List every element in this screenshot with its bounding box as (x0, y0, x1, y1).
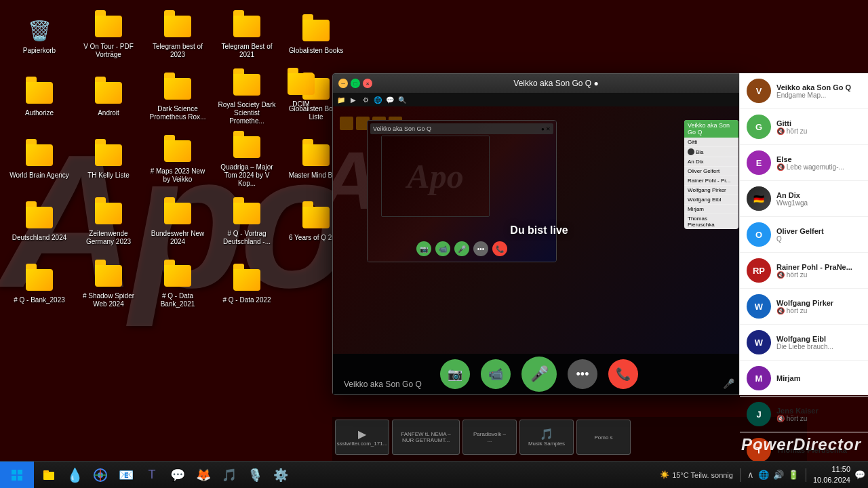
thumbnail-4[interactable]: 🎵 Musik Samples (519, 420, 574, 455)
minimize-button[interactable]: ─ (338, 79, 348, 88)
nested-call-controls[interactable]: 📷 📹 🎤 ••• 📞 (368, 241, 556, 256)
desktop-icon-dcim[interactable]: DCIM (285, 68, 317, 111)
participant-mirjam[interactable]: M Mirjam (740, 361, 868, 396)
participant-wolfgang-eibl[interactable]: W Wolfgang Eibl Die Liebe brauch... (740, 325, 868, 361)
desktop-icon-q-vortrag[interactable]: # Q - Vortrag Deutschland -... (213, 192, 281, 253)
desktop-icon-q-data-2022[interactable]: # Q - Data 2022 (213, 255, 281, 316)
camera-button[interactable]: 📷 (440, 359, 470, 389)
desktop-icon-androit[interactable]: Androit (75, 68, 142, 129)
clock-date: 10.06.2024 (813, 475, 850, 485)
participant-jens[interactable]: J Jens Kaiser 🔇 hört zu (740, 396, 868, 432)
nested-cam-btn[interactable]: 📹 (435, 241, 450, 256)
folder-icon (26, 204, 53, 231)
start-button[interactable] (0, 462, 34, 489)
participant-name: Else (776, 155, 861, 163)
tray-volume-icon[interactable]: 🔊 (773, 470, 784, 480)
participant-info: An Dix Wwg1wga (776, 191, 861, 207)
thumbnail-3[interactable]: Paradisvolk –... (462, 420, 517, 455)
taskbar-clock[interactable]: 11:50 10.06.2024 (813, 464, 850, 485)
folder-icon (26, 142, 53, 169)
desktop-icon-th-kelly[interactable]: TH Kelly Liste (75, 130, 142, 191)
tray-up-arrow[interactable]: ∧ (747, 470, 754, 480)
taskbar-headset-icon[interactable]: 🎙️ (243, 463, 267, 487)
nested-video-btn[interactable]: 📷 (416, 241, 431, 256)
taskbar-settings-icon[interactable]: ⚙️ (269, 463, 293, 487)
desktop-icon-dark-science[interactable]: Dark Science Prometheus Rox... (144, 68, 212, 129)
toolbar-icon-1[interactable]: 📁 (336, 94, 347, 105)
icon-label: # Q - Data 2022 (222, 296, 271, 304)
call-controls-bar: 📷 📹 🎤 ••• 📞 Veikko aka Son Go Q 🎤 (333, 354, 745, 394)
participant-info: Wolfgang Pirker 🔇 hört zu (776, 299, 861, 314)
participant-else[interactable]: E Else 🔇 Lebe wagemutig-... (740, 145, 868, 181)
taskbar-firefox-icon[interactable]: 🦊 (191, 463, 216, 487)
desktop-icon-zeitenwende[interactable]: Zeitenwende Germany 2023 (75, 192, 142, 253)
taskbar-mail-icon[interactable]: 📧 (114, 463, 138, 487)
tray-network-icon[interactable]: 🌐 (758, 470, 769, 480)
taskbar-explorer-icon[interactable] (37, 463, 61, 487)
desktop-icon-telegram-2021[interactable]: Telegram Best of 2021 (213, 5, 281, 66)
taskbar-discord-icon[interactable]: 💬 (165, 463, 190, 487)
participant-rainer[interactable]: RP Rainer Pohl - PraNe... 🔇 hört zu (740, 253, 868, 289)
call-window-titlebar[interactable]: ─ □ × Veikko aka Son Go Q ● (333, 74, 745, 93)
desktop-icon-shadow-spider[interactable]: # Shadow Spider Web 2024 (75, 255, 142, 316)
icon-label: Telegram Best of 2021 (216, 43, 277, 59)
participant-info: Gitti 🔇 hört zu (776, 119, 861, 135)
participant-veikko[interactable]: V Veikko aka Son Go Q Endgame Map... (740, 73, 868, 109)
desktop-icon-v-on-tour[interactable]: V On Tour - PDF Vorträge (75, 5, 142, 66)
toolbar-icon-3[interactable]: ⚙ (360, 94, 371, 105)
toolbar-icon-6[interactable]: 🔍 (397, 94, 408, 105)
end-call-button[interactable]: 📞 (608, 359, 638, 389)
icon-label: Zeitenwende Germany 2023 (78, 230, 139, 246)
icon-label: Dark Science Prometheus Rox... (147, 105, 208, 121)
nested-mic-btn[interactable]: 🎤 (454, 241, 469, 256)
nested-end-btn[interactable]: 📞 (492, 241, 507, 256)
mic-button[interactable]: 🎤 (521, 357, 557, 392)
participant-gitti[interactable]: G Gitti 🔇 hört zu (740, 109, 868, 145)
tray-battery-icon[interactable]: 🔋 (788, 470, 799, 480)
taskbar: 💧 📧 T 💬 🦊 🎵 🎙️ ⚙️ ☀️ 15°C Teilw. sonn (0, 461, 868, 488)
toolbar-icon-4[interactable]: 🌐 (372, 94, 383, 105)
taskbar-music-icon[interactable]: 🎵 (217, 463, 241, 487)
desktop-icon-papierkorb[interactable]: 🗑️ Papierkorb (5, 5, 73, 66)
thumbnail-1[interactable]: ▶ ssstwitter.com_171... (335, 420, 389, 455)
toolbar-icon-5[interactable]: 💬 (384, 94, 395, 105)
desktop-icon-q-data-bank[interactable]: # Q - Data Bank_2021 (144, 255, 212, 316)
thumbnail-2[interactable]: FANFEW tL NEMA –NUR GETRÄUMT... (392, 420, 460, 455)
taskbar-dropbox-icon[interactable]: 💧 (62, 463, 87, 487)
desktop-icon-q-bank[interactable]: # Q - Bank_2023 (5, 255, 73, 316)
powerdirector-watermark: PowerDirector (741, 435, 861, 454)
participant-status: Q (776, 235, 861, 243)
folder-icon (164, 262, 191, 289)
icon-label: Authorize (25, 109, 54, 117)
desktop-icon-globalisten[interactable]: Globalisten Books (282, 5, 350, 66)
participant-oliver[interactable]: O Oliver Gelfert Q (740, 217, 868, 253)
window-controls[interactable]: ─ □ × (338, 79, 372, 88)
participant-wolfgang-pirker[interactable]: W Wolfgang Pirker 🔇 hört zu (740, 289, 868, 325)
desktop-icon-maps-2023[interactable]: # Maps 2023 New by Veikko (144, 130, 212, 191)
taskbar-chrome-icon[interactable] (88, 463, 113, 487)
desktop-icon-world-brain[interactable]: World Brain Agency (5, 130, 73, 191)
call-window: ─ □ × Veikko aka Son Go Q ● 📁 ▶ ⚙ 🌐 💬 🔍 (332, 73, 746, 395)
participant-andix[interactable]: 🇩🇪 An Dix Wwg1wga (740, 181, 868, 217)
desktop-icon-quadriga[interactable]: Quadriga – Major Tom 2024 by V Kop... (213, 130, 281, 191)
more-button[interactable]: ••• (568, 359, 597, 389)
desktop-icon-telegram-2023[interactable]: Telegram best of 2023 (144, 5, 212, 66)
participant-avatar: W (747, 330, 771, 354)
tray-notification-icon[interactable]: 💬 (854, 470, 865, 480)
taskbar-teams-icon[interactable]: T (140, 463, 164, 487)
folder-icon (288, 70, 315, 98)
participant-avatar: E (747, 150, 771, 175)
close-button[interactable]: × (363, 79, 372, 88)
participant-info: Oliver Gelfert Q (776, 227, 861, 243)
nested-more-btn[interactable]: ••• (473, 241, 488, 256)
maximize-button[interactable]: □ (351, 79, 360, 88)
video-button[interactable]: 📹 (481, 359, 511, 389)
desktop-icon-deutschland-2024[interactable]: Deutschland 2024 (5, 192, 73, 253)
icon-label: Bundeswehr New 2024 (147, 230, 208, 246)
participant-status: 🔇 Lebe wagemutig-... (776, 163, 861, 171)
desktop-icon-authorize[interactable]: Authorize (5, 68, 73, 129)
thumbnail-5[interactable]: Pomo s (576, 420, 631, 455)
desktop-icon-royal-society[interactable]: Royal Society Dark Scientist Promethe... (213, 68, 281, 129)
desktop-icon-bundeswehr[interactable]: Bundeswehr New 2024 (144, 192, 212, 253)
toolbar-icon-2[interactable]: ▶ (348, 94, 359, 105)
